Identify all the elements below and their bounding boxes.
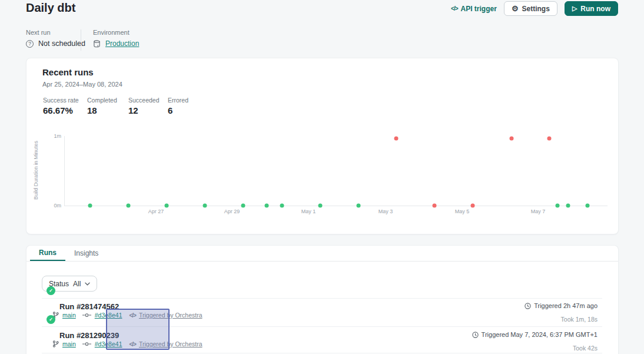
recent-runs-card: Recent runs Apr 25, 2024–May 08, 2024 Su… xyxy=(26,58,619,234)
chart-point-succeeded[interactable] xyxy=(264,204,268,208)
chart-point-succeeded[interactable] xyxy=(165,204,169,208)
stat-completed: Completed 18 xyxy=(87,97,117,115)
chart-point-succeeded[interactable] xyxy=(203,204,207,208)
git-branch-icon xyxy=(52,340,59,348)
chart-point-errored[interactable] xyxy=(471,204,475,208)
api-trigger-link[interactable]: </> API trigger xyxy=(451,5,497,13)
play-icon: ▷ xyxy=(572,5,577,12)
recent-runs-title: Recent runs xyxy=(42,67,94,77)
settings-label: Settings xyxy=(522,5,550,13)
status-filter-value: All xyxy=(73,280,81,288)
chart-point-succeeded[interactable] xyxy=(356,204,360,208)
api-trigger-label: API trigger xyxy=(461,5,497,13)
environment-label: Environment xyxy=(93,29,130,36)
chart-y-axis-label: Build Duration in Minutes xyxy=(33,129,39,211)
settings-button[interactable]: ⚙ Settings xyxy=(504,1,557,16)
meta-divider xyxy=(81,29,81,51)
commit-icon xyxy=(82,342,91,346)
chart-x-tick: May 7 xyxy=(531,209,546,214)
run-duration: Took 42s xyxy=(573,345,597,352)
chart-x-tick: May 3 xyxy=(379,209,393,214)
header-actions: </> API trigger ⚙ Settings ▷ Run now xyxy=(451,1,618,16)
schedule-question-icon: ? xyxy=(26,40,34,48)
selection-overlay xyxy=(106,309,170,350)
chart-point-succeeded[interactable] xyxy=(556,204,560,208)
job-detail-page: Daily dbt </> API trigger ⚙ Settings ▷ R… xyxy=(0,0,644,354)
recent-runs-date-range: Apr 25, 2024–May 08, 2024 xyxy=(42,81,122,88)
stat-errored: Errored 6 xyxy=(168,97,188,115)
next-run-label: Next run xyxy=(26,29,51,36)
chart-x-tick: May 5 xyxy=(455,209,470,214)
chart-point-errored[interactable] xyxy=(547,136,552,140)
chart-point-succeeded[interactable] xyxy=(241,204,245,208)
chart-y-tick: 0m xyxy=(46,203,61,209)
stat-succeeded: Succeeded 12 xyxy=(128,97,160,115)
chart-point-succeeded[interactable] xyxy=(318,204,323,208)
commit-icon xyxy=(82,313,91,317)
environment-value-row: Production xyxy=(93,39,139,48)
run-status-success-icon: ✓ xyxy=(47,286,55,295)
tab-runs[interactable]: Runs xyxy=(30,246,65,261)
chevron-down-icon xyxy=(85,282,90,286)
row-divider xyxy=(42,298,602,299)
next-run-value-row: ? Not scheduled xyxy=(26,39,85,48)
run-triggered-time: Triggered 2h 47m ago xyxy=(525,302,597,309)
run-triggered-time: Triggered May 7, 2024, 6:37 PM GMT+1 xyxy=(472,331,597,338)
code-icon: </> xyxy=(451,5,457,12)
chart-plot: 0m1mApr 27Apr 29May 1May 3May 5May 7 xyxy=(64,136,608,206)
chart-point-errored[interactable] xyxy=(394,136,399,140)
run-now-label: Run now xyxy=(580,5,610,13)
chart-point-errored[interactable] xyxy=(509,136,513,140)
chart-x-tick: Apr 27 xyxy=(148,209,164,214)
chart-x-tick: May 1 xyxy=(301,209,316,214)
run-status-success-icon: ✓ xyxy=(47,315,55,324)
tab-bar: Runs Insights xyxy=(26,246,618,262)
page-title: Daily dbt xyxy=(26,1,75,15)
chart-point-errored[interactable] xyxy=(432,204,436,208)
chart-point-succeeded[interactable] xyxy=(566,204,570,208)
branch-link[interactable]: main xyxy=(62,312,76,319)
chart-point-succeeded[interactable] xyxy=(88,204,92,208)
gear-icon: ⚙ xyxy=(512,5,519,12)
chart-x-tick: Apr 29 xyxy=(224,209,240,214)
chart-y-tick: 1m xyxy=(46,133,61,139)
chart-point-succeeded[interactable] xyxy=(585,204,589,208)
run-duration: Took 1m, 18s xyxy=(561,316,597,323)
chart-point-succeeded[interactable] xyxy=(126,204,130,208)
chart-point-succeeded[interactable] xyxy=(280,204,284,208)
next-run-value: Not scheduled xyxy=(38,39,85,48)
tab-insights[interactable]: Insights xyxy=(65,246,107,261)
stat-success-rate: Success rate 66.67% xyxy=(43,97,79,115)
environment-link[interactable]: Production xyxy=(105,39,139,48)
branch-link[interactable]: main xyxy=(62,340,76,348)
run-now-button[interactable]: ▷ Run now xyxy=(565,1,618,16)
clock-icon xyxy=(525,303,531,309)
database-icon xyxy=(93,40,101,48)
row-divider xyxy=(42,353,602,353)
clock-icon xyxy=(472,332,479,338)
